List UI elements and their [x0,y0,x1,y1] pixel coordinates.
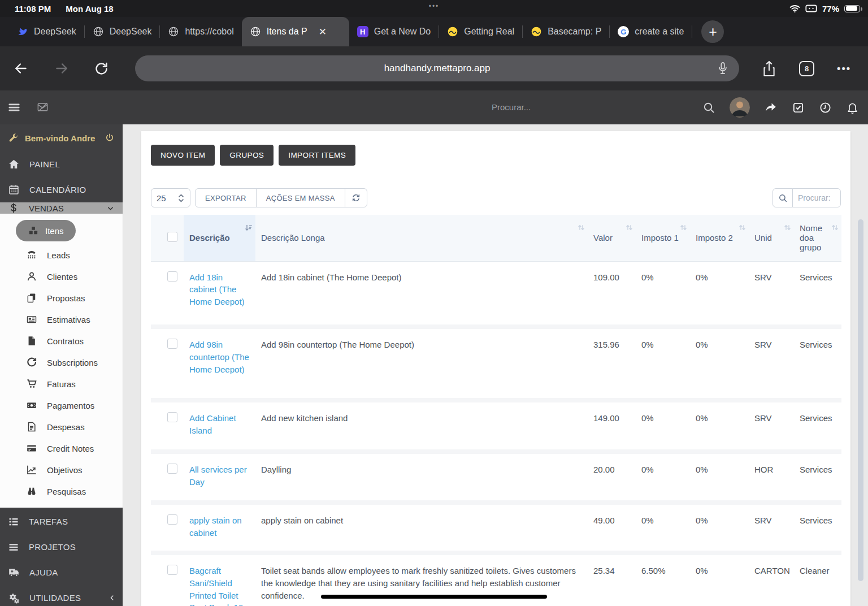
sidebar-item-label: Objetivos [47,465,83,475]
sidebar-item-label: AJUDA [29,568,116,577]
import-items-button[interactable]: IMPORT ITEMS [279,145,355,166]
item-name-link[interactable]: Add 98in countertop (The Home Deepot) [189,340,249,374]
column-header-imposto1[interactable]: Imposto 1 [636,215,690,261]
sidebar-item-pagamentos[interactable]: Pagamentos [0,395,123,416]
column-header-descricao[interactable]: Descrição [184,215,255,261]
globe-icon [250,26,261,37]
column-header-descricao-longa[interactable]: Descrição Longa [255,215,588,261]
row-checkbox[interactable] [167,339,177,349]
tab-cobol[interactable]: https://cobol [160,17,241,46]
row-checkbox[interactable] [167,514,177,525]
column-header-unid[interactable]: Unid [749,215,794,261]
reload-table-button[interactable] [345,188,367,207]
todo-check-icon[interactable] [792,101,805,114]
sidebar-item-painel[interactable]: PAINEL [0,152,123,177]
column-header-grupo[interactable]: Nome doa grupo [794,215,841,261]
item-name-link[interactable]: Bagcraft Sani/Shield Printed Toilet Seat… [189,566,243,606]
power-icon[interactable] [105,133,115,143]
sidebar-item-despesas[interactable]: Despesas [0,416,123,438]
select-all-checkbox[interactable] [167,232,177,242]
column-header-valor[interactable]: Valor [588,215,636,261]
browser-toolbar: handhandy.mettapro.app 8 ••• [0,46,868,90]
address-bar[interactable]: handhandy.mettapro.app [135,55,739,81]
gears-icon [8,592,20,604]
browser-menu-icon[interactable]: ••• [837,63,851,75]
item-tax1: 0% [636,452,690,503]
reload-button[interactable] [94,61,109,76]
table-search-input[interactable] [792,188,841,207]
sidebar-item-objetivos[interactable]: Objetivos [0,459,123,481]
sidebar-item-pesquisas[interactable]: Pesquisas [0,481,123,502]
sidebar-item-clientes[interactable]: Clientes [0,266,123,287]
groups-button[interactable]: GRUPOS [220,145,274,166]
sidebar-item-estimativas[interactable]: Estimativas [0,309,123,330]
sidebar-item-ajuda[interactable]: AJUDA [0,560,123,585]
sidebar-item-calendario[interactable]: CALENDÁRIO [0,177,123,202]
item-value: 149.00 [588,400,636,452]
home-indicator[interactable] [321,595,547,599]
global-search-input[interactable]: Procurar... [492,102,531,112]
column-label: Nome doa grupo [800,223,822,252]
row-checkbox[interactable] [167,565,177,575]
table-search-icon[interactable] [772,188,793,207]
close-icon[interactable]: ✕ [319,26,327,38]
new-item-button[interactable]: NOVO ITEM [151,145,215,166]
forward-button[interactable] [54,61,69,76]
tab-getting-real[interactable]: Getting Real [439,17,522,46]
export-button[interactable]: EXPORTAR [195,188,257,207]
dollar-icon [8,202,19,214]
sidebar-item-propostas[interactable]: Propostas [0,287,123,309]
sort-desc-icon [244,223,253,232]
share-arrow-icon[interactable] [764,101,778,114]
sidebar-item-utilidades[interactable]: UTILIDADES [0,585,123,606]
tab-basecamp[interactable]: Basecamp: P [523,17,609,46]
battery-icon [844,5,860,12]
sidebar-item-subscriptions[interactable]: Subscriptions [0,352,123,373]
item-name-link[interactable]: Add 18in cabinet (The Home Deepot) [189,272,245,307]
back-button[interactable] [14,61,28,76]
item-name-link[interactable]: Add Cabinet Island [189,413,236,435]
email-muted-icon[interactable] [36,101,49,114]
menu-toggle-icon[interactable] [8,101,20,114]
share-icon[interactable] [762,60,776,76]
tab-label: DeepSeek [34,27,76,37]
item-group: Services [794,503,841,553]
tab-deepseek-1[interactable]: DeepSeek [9,17,84,46]
basecamp-icon [531,26,542,37]
sidebar-item-credit-notes[interactable]: Credit Notes [0,438,123,459]
page-size-select[interactable]: 25 [151,188,190,207]
item-unit: SRV [749,261,794,327]
column-label: Imposto 1 [641,233,679,243]
sidebar-item-contratos[interactable]: Contratos [0,330,123,352]
vertical-scrollbar[interactable] [858,219,863,581]
item-tax2: 0% [690,452,749,503]
tab-itens-active[interactable]: Itens da P ✕ [242,17,349,46]
bulk-actions-button[interactable]: AÇÕES EM MASSA [256,188,345,207]
microphone-icon[interactable] [717,62,729,75]
bell-icon[interactable] [846,101,859,114]
row-checkbox[interactable] [167,412,177,422]
item-name-link[interactable]: apply stain on cabinet [189,516,242,538]
sidebar-item-itens-active[interactable]: Itens [16,220,76,241]
avatar[interactable] [730,97,750,118]
sidebar-item-faturas[interactable]: Faturas [0,373,123,395]
item-unit: SRV [749,503,794,553]
tab-deepseek-2[interactable]: DeepSeek [85,17,160,46]
item-group: Services [794,400,841,452]
tab-count-button[interactable]: 8 [799,61,814,76]
ambulance-icon [8,566,20,578]
search-icon[interactable] [702,101,715,114]
row-checkbox[interactable] [167,271,177,282]
sidebar-item-leads[interactable]: Leads [0,244,123,266]
new-tab-button[interactable]: + [701,20,724,43]
sidebar-item-tarefas[interactable]: TAREFAS [0,509,123,534]
tab-get-a-new-domain[interactable]: H Get a New Do [349,17,439,46]
clock-icon[interactable] [819,101,832,114]
item-group: Services [794,261,841,327]
tab-create-a-site[interactable]: G create a site [610,17,692,46]
row-checkbox[interactable] [167,464,177,474]
sidebar-item-projetos[interactable]: PROJETOS [0,534,123,560]
column-header-imposto2[interactable]: Imposto 2 [690,215,749,261]
item-name-link[interactable]: All services per Day [189,465,247,487]
sidebar-item-vendas[interactable]: VENDAS [0,202,123,214]
